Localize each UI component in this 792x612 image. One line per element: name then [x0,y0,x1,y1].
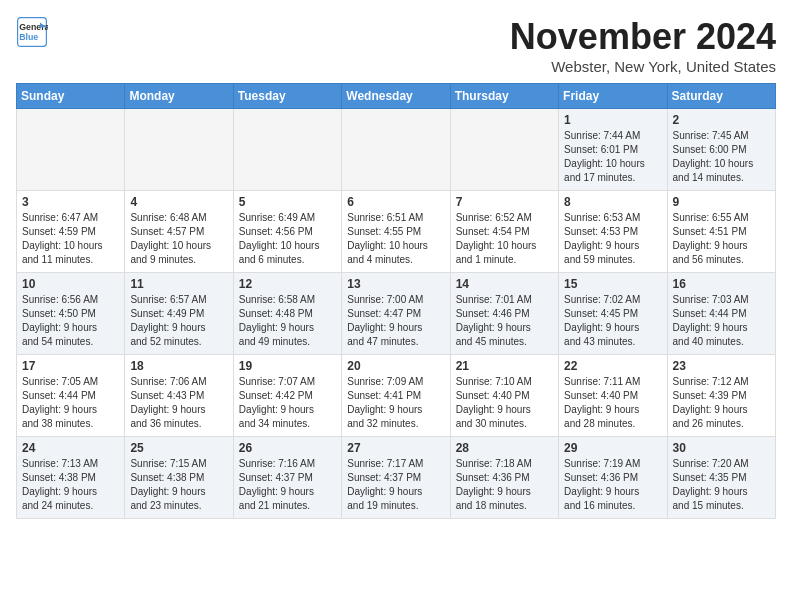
day-info: Sunrise: 7:10 AM Sunset: 4:40 PM Dayligh… [456,375,553,431]
day-number: 24 [22,441,119,455]
day-number: 15 [564,277,661,291]
day-info: Sunrise: 6:51 AM Sunset: 4:55 PM Dayligh… [347,211,444,267]
calendar-cell: 26Sunrise: 7:16 AM Sunset: 4:37 PM Dayli… [233,437,341,519]
day-info: Sunrise: 6:56 AM Sunset: 4:50 PM Dayligh… [22,293,119,349]
day-number: 29 [564,441,661,455]
day-info: Sunrise: 7:06 AM Sunset: 4:43 PM Dayligh… [130,375,227,431]
logo-icon: General Blue [16,16,48,48]
day-info: Sunrise: 7:45 AM Sunset: 6:00 PM Dayligh… [673,129,770,185]
day-number: 17 [22,359,119,373]
day-info: Sunrise: 6:49 AM Sunset: 4:56 PM Dayligh… [239,211,336,267]
day-number: 27 [347,441,444,455]
calendar-cell: 10Sunrise: 6:56 AM Sunset: 4:50 PM Dayli… [17,273,125,355]
day-number: 1 [564,113,661,127]
calendar-cell: 6Sunrise: 6:51 AM Sunset: 4:55 PM Daylig… [342,191,450,273]
day-number: 5 [239,195,336,209]
svg-text:Blue: Blue [19,32,38,42]
calendar-week-row: 24Sunrise: 7:13 AM Sunset: 4:38 PM Dayli… [17,437,776,519]
day-number: 26 [239,441,336,455]
calendar-cell: 8Sunrise: 6:53 AM Sunset: 4:53 PM Daylig… [559,191,667,273]
calendar-cell: 7Sunrise: 6:52 AM Sunset: 4:54 PM Daylig… [450,191,558,273]
day-info: Sunrise: 7:03 AM Sunset: 4:44 PM Dayligh… [673,293,770,349]
day-info: Sunrise: 6:55 AM Sunset: 4:51 PM Dayligh… [673,211,770,267]
day-info: Sunrise: 7:20 AM Sunset: 4:35 PM Dayligh… [673,457,770,513]
calendar-cell: 14Sunrise: 7:01 AM Sunset: 4:46 PM Dayli… [450,273,558,355]
day-info: Sunrise: 7:11 AM Sunset: 4:40 PM Dayligh… [564,375,661,431]
calendar-cell: 15Sunrise: 7:02 AM Sunset: 4:45 PM Dayli… [559,273,667,355]
calendar-cell: 17Sunrise: 7:05 AM Sunset: 4:44 PM Dayli… [17,355,125,437]
day-info: Sunrise: 7:17 AM Sunset: 4:37 PM Dayligh… [347,457,444,513]
calendar-cell: 3Sunrise: 6:47 AM Sunset: 4:59 PM Daylig… [17,191,125,273]
day-number: 3 [22,195,119,209]
day-info: Sunrise: 7:16 AM Sunset: 4:37 PM Dayligh… [239,457,336,513]
day-number: 10 [22,277,119,291]
day-info: Sunrise: 7:01 AM Sunset: 4:46 PM Dayligh… [456,293,553,349]
day-info: Sunrise: 6:52 AM Sunset: 4:54 PM Dayligh… [456,211,553,267]
day-number: 30 [673,441,770,455]
calendar-week-row: 3Sunrise: 6:47 AM Sunset: 4:59 PM Daylig… [17,191,776,273]
calendar-cell: 9Sunrise: 6:55 AM Sunset: 4:51 PM Daylig… [667,191,775,273]
day-info: Sunrise: 6:47 AM Sunset: 4:59 PM Dayligh… [22,211,119,267]
day-number: 7 [456,195,553,209]
day-number: 18 [130,359,227,373]
day-info: Sunrise: 7:13 AM Sunset: 4:38 PM Dayligh… [22,457,119,513]
calendar-day-header: Wednesday [342,84,450,109]
day-number: 6 [347,195,444,209]
title-block: November 2024 Webster, New York, United … [510,16,776,75]
calendar-week-row: 10Sunrise: 6:56 AM Sunset: 4:50 PM Dayli… [17,273,776,355]
calendar-week-row: 1Sunrise: 7:44 AM Sunset: 6:01 PM Daylig… [17,109,776,191]
calendar-cell [342,109,450,191]
calendar-cell: 2Sunrise: 7:45 AM Sunset: 6:00 PM Daylig… [667,109,775,191]
day-info: Sunrise: 7:00 AM Sunset: 4:47 PM Dayligh… [347,293,444,349]
day-info: Sunrise: 6:53 AM Sunset: 4:53 PM Dayligh… [564,211,661,267]
day-number: 8 [564,195,661,209]
logo: General Blue [16,16,52,48]
calendar-cell: 25Sunrise: 7:15 AM Sunset: 4:38 PM Dayli… [125,437,233,519]
day-number: 16 [673,277,770,291]
calendar-cell: 28Sunrise: 7:18 AM Sunset: 4:36 PM Dayli… [450,437,558,519]
day-number: 22 [564,359,661,373]
day-info: Sunrise: 6:57 AM Sunset: 4:49 PM Dayligh… [130,293,227,349]
calendar-cell: 18Sunrise: 7:06 AM Sunset: 4:43 PM Dayli… [125,355,233,437]
calendar-header-row: SundayMondayTuesdayWednesdayThursdayFrid… [17,84,776,109]
month-title: November 2024 [510,16,776,58]
day-number: 2 [673,113,770,127]
day-info: Sunrise: 7:12 AM Sunset: 4:39 PM Dayligh… [673,375,770,431]
calendar-table: SundayMondayTuesdayWednesdayThursdayFrid… [16,83,776,519]
day-number: 19 [239,359,336,373]
day-info: Sunrise: 7:02 AM Sunset: 4:45 PM Dayligh… [564,293,661,349]
calendar-cell [450,109,558,191]
day-number: 12 [239,277,336,291]
calendar-cell: 20Sunrise: 7:09 AM Sunset: 4:41 PM Dayli… [342,355,450,437]
day-number: 28 [456,441,553,455]
calendar-cell [233,109,341,191]
day-info: Sunrise: 7:09 AM Sunset: 4:41 PM Dayligh… [347,375,444,431]
day-number: 4 [130,195,227,209]
day-info: Sunrise: 7:07 AM Sunset: 4:42 PM Dayligh… [239,375,336,431]
day-info: Sunrise: 7:44 AM Sunset: 6:01 PM Dayligh… [564,129,661,185]
day-info: Sunrise: 6:48 AM Sunset: 4:57 PM Dayligh… [130,211,227,267]
day-info: Sunrise: 7:19 AM Sunset: 4:36 PM Dayligh… [564,457,661,513]
day-info: Sunrise: 7:18 AM Sunset: 4:36 PM Dayligh… [456,457,553,513]
day-number: 20 [347,359,444,373]
calendar-cell [125,109,233,191]
day-info: Sunrise: 6:58 AM Sunset: 4:48 PM Dayligh… [239,293,336,349]
calendar-cell: 4Sunrise: 6:48 AM Sunset: 4:57 PM Daylig… [125,191,233,273]
calendar-cell [17,109,125,191]
calendar-day-header: Tuesday [233,84,341,109]
calendar-cell: 23Sunrise: 7:12 AM Sunset: 4:39 PM Dayli… [667,355,775,437]
day-number: 21 [456,359,553,373]
location: Webster, New York, United States [510,58,776,75]
calendar-cell: 29Sunrise: 7:19 AM Sunset: 4:36 PM Dayli… [559,437,667,519]
day-number: 23 [673,359,770,373]
calendar-body: 1Sunrise: 7:44 AM Sunset: 6:01 PM Daylig… [17,109,776,519]
day-info: Sunrise: 7:15 AM Sunset: 4:38 PM Dayligh… [130,457,227,513]
calendar-cell: 21Sunrise: 7:10 AM Sunset: 4:40 PM Dayli… [450,355,558,437]
calendar-cell: 13Sunrise: 7:00 AM Sunset: 4:47 PM Dayli… [342,273,450,355]
calendar-cell: 27Sunrise: 7:17 AM Sunset: 4:37 PM Dayli… [342,437,450,519]
svg-text:General: General [19,22,48,32]
day-number: 9 [673,195,770,209]
day-info: Sunrise: 7:05 AM Sunset: 4:44 PM Dayligh… [22,375,119,431]
calendar-day-header: Thursday [450,84,558,109]
calendar-day-header: Monday [125,84,233,109]
